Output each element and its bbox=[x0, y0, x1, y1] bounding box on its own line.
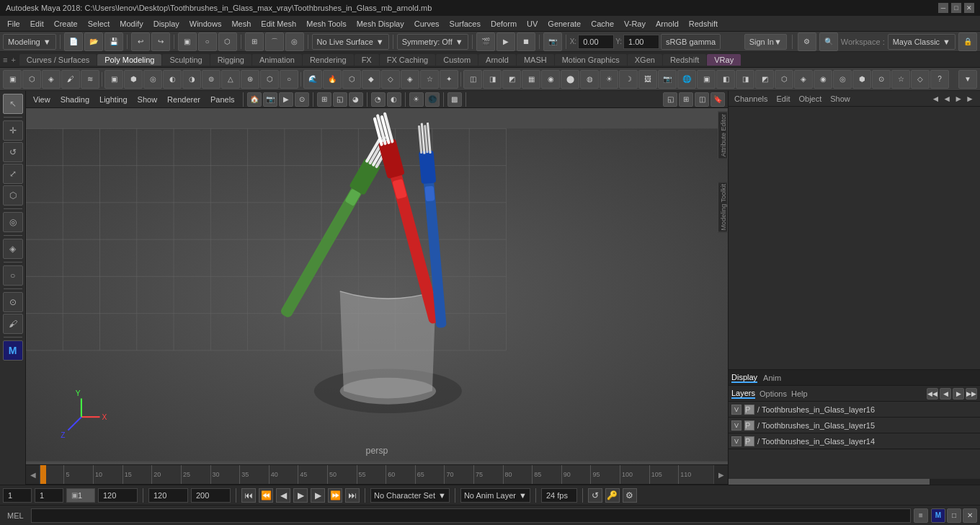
close-button[interactable]: ✕ bbox=[964, 3, 974, 13]
auto-key-btn[interactable]: 🔑 bbox=[605, 488, 620, 503]
redo-button[interactable]: ↪ bbox=[151, 32, 170, 51]
universal-tool[interactable]: ⬡ bbox=[3, 185, 23, 206]
tb-reduce[interactable]: △ bbox=[221, 70, 240, 89]
prev-frame-btn[interactable]: ◀ bbox=[276, 488, 290, 503]
timeline-ruler[interactable]: 5101520253035404550556065707580859095100… bbox=[40, 465, 713, 484]
tb-sculpt2[interactable]: 🔥 bbox=[323, 70, 342, 89]
menu-redshift[interactable]: Redshift bbox=[685, 18, 722, 30]
tab-rendering[interactable]: Rendering bbox=[303, 54, 354, 66]
layer-scrollbar-thumb[interactable] bbox=[729, 479, 930, 485]
tab-animation[interactable]: Animation bbox=[252, 54, 302, 66]
select-button[interactable]: ▣ bbox=[178, 32, 197, 51]
tb-extract[interactable]: ◐ bbox=[163, 70, 182, 89]
tb-vray3[interactable]: ◨ bbox=[736, 70, 754, 89]
shadows-icon[interactable]: 🌑 bbox=[425, 92, 440, 107]
scale-tool[interactable]: ⤢ bbox=[3, 164, 23, 184]
frame-current-field[interactable]: 1 bbox=[35, 488, 63, 503]
lock-icon[interactable]: 🔒 bbox=[958, 32, 977, 51]
show-manipulator[interactable]: ◈ bbox=[3, 239, 23, 259]
layers-subtab[interactable]: Layers bbox=[731, 389, 755, 399]
bookmark-icon[interactable]: 🔖 bbox=[710, 92, 725, 107]
tb-remesh[interactable]: ⊛ bbox=[241, 70, 259, 89]
soft-mod-tool[interactable]: ◎ bbox=[3, 212, 23, 232]
menu-generate[interactable]: Generate bbox=[543, 18, 585, 30]
rotate-tool[interactable]: ↺ bbox=[3, 142, 23, 162]
grid-view-icon[interactable]: ⊞ bbox=[317, 92, 331, 107]
minimize-button[interactable]: ─ bbox=[938, 3, 948, 13]
layer-item[interactable]: V P / Toothbrushes_in_Glass_layer15 bbox=[729, 418, 980, 433]
tb-bridge[interactable]: ⬢ bbox=[124, 70, 143, 89]
menu-windows[interactable]: Windows bbox=[185, 18, 226, 30]
open-scene-button[interactable]: 📂 bbox=[84, 32, 103, 51]
layer-nav-prev[interactable]: ◀ bbox=[940, 388, 951, 400]
snap-point-button[interactable]: ◎ bbox=[285, 32, 304, 51]
layer-vis-3[interactable]: V bbox=[731, 436, 741, 446]
tb-extrude[interactable]: ▣ bbox=[104, 70, 123, 89]
channel-box-object[interactable]: Object bbox=[798, 94, 821, 103]
smooth-shade-icon[interactable]: ◔ bbox=[371, 92, 386, 107]
close-mel-icon[interactable]: ✕ bbox=[963, 508, 977, 523]
tb-uv1[interactable]: ◫ bbox=[463, 70, 482, 89]
menu-uv[interactable]: UV bbox=[522, 18, 542, 30]
tb-smooth[interactable]: ⊚ bbox=[202, 70, 220, 89]
snap-grid-button[interactable]: ⊞ bbox=[245, 32, 264, 51]
snap-together[interactable]: ⊙ bbox=[3, 292, 23, 312]
panel-layout-icon[interactable]: ▩ bbox=[447, 92, 462, 107]
tb-vray11[interactable]: ☆ bbox=[891, 70, 910, 89]
options-subtab[interactable]: Options bbox=[760, 389, 787, 398]
tb-fill-hole[interactable]: ○ bbox=[280, 70, 298, 89]
add-tab-icon[interactable]: + bbox=[11, 56, 15, 64]
tb-sculpt4[interactable]: ◇ bbox=[381, 70, 400, 89]
tb-component-sel[interactable]: ⬡ bbox=[22, 70, 41, 89]
tab-fx[interactable]: FX bbox=[355, 54, 379, 66]
anim-layer-dropdown[interactable]: No Anim Layer ▼ bbox=[460, 488, 530, 503]
maximize-button[interactable]: □ bbox=[951, 3, 961, 13]
play-start-btn[interactable]: ⏮ bbox=[241, 488, 256, 503]
tb-vray10[interactable]: ⊙ bbox=[872, 70, 891, 89]
character-set-dropdown[interactable]: No Character Set ▼ bbox=[370, 488, 450, 503]
tb-render1[interactable]: 🖼 bbox=[638, 70, 657, 89]
grid-display-icon[interactable]: ⊞ bbox=[679, 92, 693, 107]
collapse-icon[interactable]: ≡ bbox=[3, 56, 7, 64]
tb-vray7[interactable]: ◉ bbox=[814, 70, 832, 89]
frame-end-field[interactable]: 120 bbox=[98, 488, 138, 503]
viewport-menu-panels[interactable]: Panels bbox=[206, 94, 239, 105]
tb-sculpt5[interactable]: ◈ bbox=[401, 70, 419, 89]
tab-vray[interactable]: VRay bbox=[707, 54, 741, 66]
snap-curve-button[interactable]: ⌒ bbox=[265, 32, 284, 51]
tb-sculpt3[interactable]: ◆ bbox=[362, 70, 380, 89]
move-tool[interactable]: ✛ bbox=[3, 120, 23, 141]
render-view-button[interactable]: 🎬 bbox=[476, 32, 495, 51]
tab-custom[interactable]: Custom bbox=[436, 54, 478, 66]
expand-icon[interactable]: ▼ bbox=[958, 70, 977, 89]
tab-curves-surfaces[interactable]: Curves / Surfaces bbox=[19, 54, 97, 66]
paint-effects[interactable]: 🖌 bbox=[3, 314, 23, 334]
gamma-dropdown[interactable]: sRGB gamma bbox=[661, 34, 721, 50]
script-node-icon[interactable]: □ bbox=[947, 508, 961, 523]
menu-modify[interactable]: Modify bbox=[115, 18, 147, 30]
tb-vray4[interactable]: ◩ bbox=[755, 70, 774, 89]
stop-render-button[interactable]: ⏹ bbox=[517, 32, 535, 51]
symmetry-dropdown[interactable]: Symmetry: Off ▼ bbox=[397, 34, 468, 50]
viewport-menu-lighting[interactable]: Lighting bbox=[95, 94, 132, 105]
tb-light1[interactable]: ☀ bbox=[600, 70, 618, 89]
menu-mesh-tools[interactable]: Mesh Tools bbox=[302, 18, 350, 30]
tb-sculpt7[interactable]: ✦ bbox=[440, 70, 458, 89]
tb-deform[interactable]: ≋ bbox=[81, 70, 99, 89]
layer-color-3[interactable]: P bbox=[744, 436, 754, 446]
anim-end-field[interactable]: 120 bbox=[148, 488, 188, 503]
lighting-icon[interactable]: ☀ bbox=[409, 92, 424, 107]
tb-vray9[interactable]: ⬢ bbox=[852, 70, 871, 89]
menu-mesh[interactable]: Mesh bbox=[227, 18, 255, 30]
tb-vray6[interactable]: ◈ bbox=[794, 70, 813, 89]
tb-help[interactable]: ? bbox=[930, 70, 949, 89]
live-surface-dropdown[interactable]: No Live Surface ▼ bbox=[312, 34, 389, 50]
layer-vis-2[interactable]: V bbox=[731, 420, 741, 431]
frame-start-field[interactable]: 1 bbox=[3, 488, 32, 503]
tab-poly-modeling[interactable]: Poly Modeling bbox=[97, 54, 161, 66]
tab-fx-caching[interactable]: FX Caching bbox=[380, 54, 435, 66]
attr-editor-tab[interactable]: Attribute Editor bbox=[718, 112, 728, 159]
tb-combine[interactable]: ◎ bbox=[143, 70, 162, 89]
tb-boolean[interactable]: ◑ bbox=[182, 70, 201, 89]
mel-input[interactable] bbox=[31, 508, 911, 523]
